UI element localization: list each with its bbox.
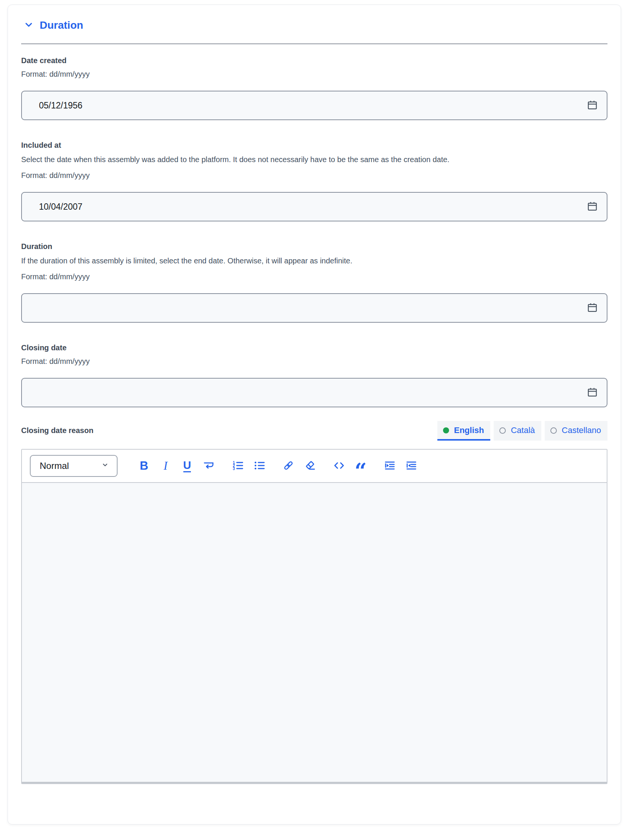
blockquote-button[interactable]: “	[354, 459, 367, 473]
date-created-calendar-button[interactable]	[584, 97, 601, 114]
radio-unselected-icon	[499, 427, 506, 434]
bold-button[interactable]: B	[138, 459, 150, 473]
field-duration: Duration If the duration of this assembl…	[21, 242, 607, 323]
duration-end-date-input[interactable]	[21, 293, 607, 323]
indent-button[interactable]	[384, 459, 396, 473]
closing-reason-label: Closing date reason	[21, 421, 93, 435]
bullet-list-button[interactable]	[253, 459, 266, 473]
calendar-icon	[587, 201, 598, 213]
line-break-button[interactable]	[202, 459, 215, 473]
line-break-icon	[202, 459, 215, 473]
calendar-icon	[587, 302, 598, 314]
closing-reason-textarea[interactable]	[22, 483, 607, 783]
language-tabs: English Català Castellano	[437, 421, 607, 441]
language-tab-label: English	[454, 425, 484, 435]
language-tab-label: Castellano	[562, 425, 601, 435]
radio-selected-icon	[443, 427, 449, 433]
underline-button[interactable]: U	[181, 459, 193, 473]
underline-icon: U	[183, 459, 191, 472]
field-included-at: Included at Select the date when this as…	[21, 141, 607, 221]
page: { "section": { "title": "Duration" }, "f…	[0, 0, 629, 840]
editor-toolbar: Normal B I U	[22, 450, 607, 483]
field-description: If the duration of this assembly is limi…	[21, 256, 607, 266]
language-tab-english[interactable]: English	[437, 421, 490, 441]
language-tab-castellano[interactable]: Castellano	[545, 421, 607, 441]
section-divider	[21, 43, 607, 44]
field-format-hint: Format: dd/mm/yyyy	[21, 272, 607, 281]
closing-date-calendar-button[interactable]	[584, 384, 601, 401]
outdent-icon	[405, 459, 417, 473]
clear-formatting-button[interactable]	[304, 459, 316, 473]
closing-reason-header-row: Closing date reason English Català Caste…	[21, 421, 607, 441]
indent-icon	[384, 459, 396, 473]
included-at-input[interactable]	[21, 192, 607, 221]
field-format-hint: Format: dd/mm/yyyy	[21, 171, 607, 180]
italic-icon: I	[164, 459, 168, 473]
duration-settings-card: Duration Date created Format: dd/mm/yyyy…	[8, 5, 621, 824]
link-button[interactable]	[282, 459, 294, 473]
section-title: Duration	[40, 19, 83, 32]
field-label: Included at	[21, 141, 607, 150]
eraser-icon	[304, 459, 316, 473]
ordered-list-button[interactable]: 123	[232, 459, 244, 473]
language-tab-catala[interactable]: Català	[494, 421, 541, 441]
field-label: Closing date	[21, 344, 607, 352]
ordered-list-icon: 123	[232, 459, 244, 473]
radio-unselected-icon	[550, 427, 557, 434]
duration-calendar-button[interactable]	[584, 300, 601, 316]
field-label: Date created	[21, 56, 607, 65]
outdent-button[interactable]	[405, 459, 417, 473]
chevron-down-icon	[101, 461, 109, 471]
code-button[interactable]	[333, 459, 345, 473]
link-icon	[282, 459, 294, 473]
field-format-hint: Format: dd/mm/yyyy	[21, 70, 607, 79]
paragraph-style-value: Normal	[40, 461, 69, 471]
bold-icon: B	[140, 459, 148, 473]
calendar-icon	[587, 99, 598, 112]
field-format-hint: Format: dd/mm/yyyy	[21, 357, 607, 366]
svg-text:3: 3	[233, 466, 235, 471]
field-label: Duration	[21, 242, 607, 251]
language-tab-label: Català	[511, 425, 535, 435]
italic-button[interactable]: I	[160, 459, 172, 473]
bullet-list-icon	[253, 459, 266, 473]
field-closing-date: Closing date Format: dd/mm/yyyy	[21, 344, 607, 407]
toolbar-icons: B I U 123	[138, 459, 417, 473]
rich-text-editor: Normal B I U	[21, 449, 607, 784]
included-at-calendar-button[interactable]	[584, 198, 601, 215]
code-icon	[333, 459, 345, 473]
date-created-input[interactable]	[21, 91, 607, 120]
field-description: Select the date when this assembly was a…	[21, 155, 607, 165]
quote-icon: “	[354, 469, 367, 473]
chevron-down-icon	[24, 19, 34, 32]
section-header-duration[interactable]: Duration	[24, 19, 607, 32]
paragraph-style-select[interactable]: Normal	[30, 455, 118, 477]
field-date-created: Date created Format: dd/mm/yyyy	[21, 56, 607, 120]
closing-date-input[interactable]	[21, 378, 607, 407]
calendar-icon	[587, 387, 598, 399]
